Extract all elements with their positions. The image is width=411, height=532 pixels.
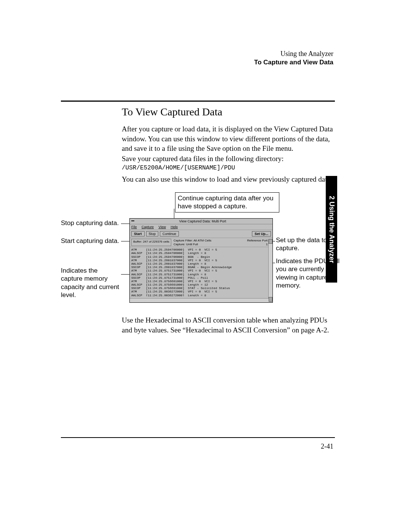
menu-help[interactable]: Help [170, 225, 178, 229]
info-row: Buffer: 247 of 229376 cells Capture Filt… [130, 238, 272, 247]
paragraph-hex: Use the Hexadecimal to ASCII conversion … [122, 315, 335, 335]
paragraph-load: You can also use this window to load and… [122, 174, 335, 184]
menubar: File Capture View Help [130, 224, 272, 230]
refport-label: Reference Port: [247, 239, 268, 242]
paragraph-save: Save your captured data files in the fol… [122, 154, 335, 164]
captured-data-window: View Captured Data: Multi Port File Capt… [129, 218, 273, 303]
divider-bottom [61, 437, 335, 438]
filter-value: All ATM Cells [194, 239, 212, 242]
filter-info: Capture Filter: All ATM Cells Capture: U… [171, 239, 247, 246]
vertical-scrollbar[interactable] [268, 239, 272, 302]
toolbar: Start Stop Continue Set Up... [130, 230, 272, 238]
page-number: 2-41 [321, 443, 333, 451]
filter-label: Capture Filter: [174, 239, 193, 242]
code-path: /USR/E5200A/HOME/[USERNAME]/PDU [122, 165, 235, 171]
callout-stop: Stop capturing data. [61, 219, 120, 227]
callout-capture-memory: Indicates the capture memory capacity an… [61, 267, 120, 299]
setup-button[interactable]: Set Up... [252, 231, 271, 236]
chapter-tab: 2 Using the Analyzer [326, 176, 337, 283]
page-header: Using the Analyzer To Capture and View D… [254, 50, 333, 67]
callout-start: Start capturing data. [61, 237, 120, 245]
callout-continue: Continue capturing data after you have s… [175, 192, 279, 212]
menu-view[interactable]: View [159, 225, 166, 229]
section-heading: To View Captured Data [122, 106, 222, 118]
counter-value: 117 [247, 243, 271, 246]
capture-value: Until Full [186, 243, 198, 246]
header-chapter: Using the Analyzer [254, 50, 333, 58]
pdu-listing[interactable]: ATM [11:24:25.2594706000] VPI = 0 VCI = … [130, 247, 272, 296]
menu-capture[interactable]: Capture [142, 225, 154, 229]
paragraph-intro: After you capture or load data, it is di… [122, 124, 335, 153]
start-button[interactable]: Start [131, 231, 145, 236]
chapter-tab-label: 2 Using the Analyzer [328, 196, 336, 263]
capture-label: Capture: [174, 243, 185, 246]
figure: Continue capturing data after you have s… [61, 189, 358, 307]
menu-file[interactable]: File [131, 225, 137, 229]
header-section: To Capture and View Data [254, 58, 333, 67]
refport-info: Reference Port: 1 117 [247, 239, 271, 246]
window-titlebar: View Captured Data: Multi Port [130, 219, 272, 224]
divider-top [61, 101, 335, 102]
buffer-status: Buffer: 247 of 229376 cells [131, 239, 171, 246]
continue-button[interactable]: Continue [160, 231, 179, 236]
stop-button[interactable]: Stop [146, 231, 159, 236]
window-title: View Captured Data: Multi Port [179, 219, 226, 223]
window-menu-icon[interactable] [131, 220, 134, 221]
horizontal-scrollbar[interactable] [130, 298, 269, 302]
